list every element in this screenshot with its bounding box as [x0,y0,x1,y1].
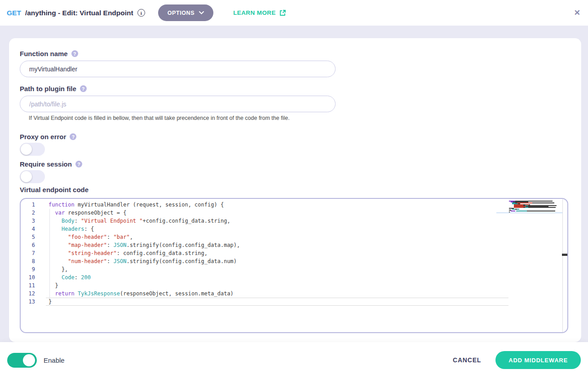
learn-more-label: LEARN MORE [233,9,276,16]
line-number: 10 [21,273,35,281]
learn-more-link[interactable]: LEARN MORE [233,9,286,16]
endpoint-code-label-row: Virtual endpoint code [20,186,88,193]
code-line[interactable]: Code: 200 [46,273,508,281]
help-icon[interactable]: ? [80,85,87,92]
code-token: .stringify(config.config_data.map), [126,242,240,248]
require-session-label: Require session [20,160,72,168]
line-number: 8 [21,257,35,265]
minimap-line [509,207,560,208]
function-name-label-row: Function name ? [20,50,78,57]
code-line[interactable]: "string-header": config.config_data.stri… [46,249,508,257]
code-token: "foo-header" [68,234,107,240]
code-token: "string-header" [68,250,116,256]
require-session-toggle[interactable] [20,170,45,183]
line-number: 2 [21,209,35,217]
action-bar: Enable CANCEL ADD MIDDLEWARE [0,342,588,378]
chevron-down-icon [199,11,204,14]
editor-minimap[interactable] [509,201,560,212]
function-name-label: Function name [20,50,68,57]
code-token: : [107,258,113,264]
line-number: 12 [21,290,35,298]
line-number: 11 [21,281,35,290]
code-token [49,290,55,297]
code-token: "bar" [114,234,130,240]
plugin-path-label: Path to plugin file [20,85,76,92]
line-number-gutter: 12345678910111213 [21,201,35,306]
help-icon[interactable]: ? [71,50,78,57]
cancel-button[interactable]: CANCEL [453,356,481,364]
plugin-path-label-row: Path to plugin file ? [20,85,87,92]
toggle-knob [21,144,32,155]
close-icon[interactable]: ✕ [574,9,580,17]
code-token: Body [62,218,75,224]
proxy-on-error-label: Proxy on error [20,133,66,141]
code-token: JSON [114,242,127,248]
code-token: , [130,234,133,240]
http-method-badge: GET [7,9,21,17]
code-token: }, [49,266,68,273]
help-icon[interactable]: ? [75,161,82,167]
code-line[interactable]: Body: "Virtual Endpoint "+config.config_… [46,217,508,225]
code-line[interactable]: } [46,298,508,306]
code-line[interactable]: "map-header": JSON.stringify(config.conf… [46,241,508,249]
top-bar: GET /anything - Edit: Virtual Endpoint i… [0,0,588,26]
code-token: TykJsResponse [78,290,120,297]
code-token: return [55,290,74,297]
code-line[interactable]: } [46,281,508,290]
line-number: 3 [21,217,35,225]
code-line[interactable]: Headers: { [46,225,508,233]
options-button[interactable]: OPTIONS [158,4,213,21]
code-token [49,250,68,256]
code-token: myVirtualHandler (request, session, conf… [75,202,224,208]
code-token: : [75,218,81,224]
code-token: JSON [114,258,127,264]
editor-scrollbar-track [562,199,563,332]
code-token: : config.config_data.string, [117,250,208,256]
code-token: } [49,299,52,305]
minimap-line [509,211,560,211]
add-middleware-button[interactable]: ADD MIDDLEWARE [495,351,581,369]
code-token: Headers [62,226,84,232]
middleware-edit-panel: Function name ? Path to plugin file ? If… [9,38,581,342]
info-icon[interactable]: i [137,9,145,17]
line-number: 9 [21,265,35,273]
code-token: .stringify(config.config_data.num) [126,258,237,264]
line-number: 5 [21,233,35,241]
code-line[interactable]: var responseObject = { [46,209,508,217]
code-editor[interactable]: 12345678910111213 function myVirtualHand… [20,198,568,333]
plugin-path-input[interactable] [20,96,336,112]
line-number: 1 [21,201,35,209]
code-line[interactable]: function myVirtualHandler (request, sess… [46,201,508,209]
code-token: "Virtual Endpoint " [81,218,142,224]
code-line[interactable]: }, [46,265,508,273]
code-token [49,218,62,224]
code-token [49,274,62,281]
code-token: (responseObject, session.meta_data) [120,290,234,297]
code-token [49,210,55,216]
proxy-on-error-toggle[interactable] [20,143,45,156]
proxy-on-error-label-row: Proxy on error ? [20,133,76,141]
code-line[interactable]: "num-header": JSON.stringify(config.conf… [46,257,508,265]
code-token: : [75,274,81,281]
code-line[interactable]: return TykJsResponse(responseObject, ses… [46,290,508,298]
function-name-input[interactable] [20,61,336,77]
toggle-knob [23,354,35,366]
code-token: : [107,242,113,248]
endpoint-code-label: Virtual endpoint code [20,186,88,193]
plugin-path-helper-text: If Virtual Endpoint code is filled in be… [29,115,290,121]
minimap-view-indicator [496,212,563,213]
code-token [49,258,68,264]
external-link-icon [279,9,286,16]
toggle-knob [21,171,32,182]
options-button-label: OPTIONS [168,10,195,16]
code-token: } [49,282,58,289]
editor-scrollbar-handle[interactable] [562,254,567,256]
code-content[interactable]: function myVirtualHandler (request, sess… [46,201,508,306]
code-token [75,290,78,297]
line-number: 6 [21,241,35,249]
code-token [49,234,68,240]
help-icon[interactable]: ? [70,133,76,140]
enable-toggle[interactable] [7,353,37,368]
code-line[interactable]: "foo-header": "bar", [46,233,508,241]
line-number: 7 [21,249,35,257]
